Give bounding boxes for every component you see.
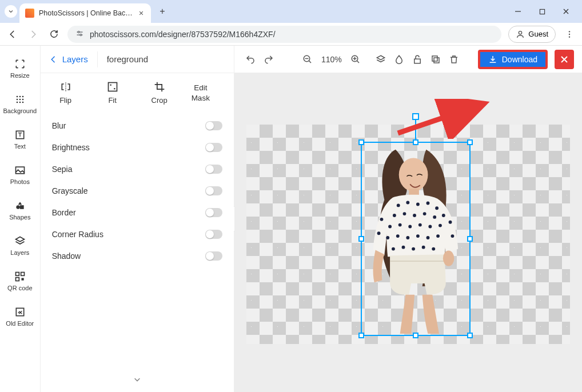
tool-fit[interactable]: Fit [98, 81, 127, 105]
undo-button[interactable] [242, 51, 258, 67]
opacity-button[interactable] [391, 51, 407, 67]
selection-box[interactable] [361, 142, 471, 336]
new-tab-button[interactable]: + [154, 3, 170, 19]
toggle-corner-radius[interactable] [205, 230, 222, 239]
lock-button[interactable] [409, 51, 425, 67]
toggle-grayscale[interactable] [205, 186, 222, 195]
svg-rect-31 [434, 58, 439, 63]
option-shadow[interactable]: Shadow [52, 245, 222, 267]
svg-point-8 [19, 96, 21, 98]
nav-back-button[interactable] [6, 27, 19, 41]
foreground-subject[interactable] [363, 144, 468, 334]
duplicate-button[interactable] [428, 51, 444, 67]
svg-rect-19 [20, 205, 24, 209]
rail-shapes[interactable]: Shapes [0, 197, 40, 224]
option-sepia[interactable]: Sepia [52, 158, 222, 180]
divider [97, 51, 98, 67]
svg-point-27 [114, 88, 115, 90]
panel-scroll-down[interactable] [133, 375, 141, 385]
svg-point-3 [519, 31, 522, 34]
nav-forward-button[interactable] [26, 27, 40, 41]
svg-point-15 [22, 102, 23, 103]
delete-button[interactable] [446, 51, 462, 67]
tab-title: PhotoScissors | Online Backg [39, 9, 133, 17]
tab-close-button[interactable] [137, 9, 145, 17]
option-border[interactable]: Border [52, 202, 222, 223]
svg-point-63 [380, 218, 383, 221]
layers-back-link[interactable]: Layers [49, 54, 88, 65]
rail-photos[interactable]: Photos [0, 161, 40, 189]
url-field[interactable]: photoscissors.com/designer/87537592/M166… [67, 26, 501, 43]
tab-list-button[interactable] [5, 5, 17, 18]
zoom-in-button[interactable] [348, 51, 364, 67]
handle-s[interactable] [413, 333, 418, 338]
tool-flip[interactable]: Flip [51, 81, 81, 105]
browser-menu-button[interactable] [563, 27, 576, 41]
tool-crop[interactable]: Crop [145, 81, 174, 105]
window-close-button[interactable] [559, 5, 573, 18]
svg-point-52 [386, 236, 389, 239]
rail-qrcode[interactable]: QR code [0, 267, 40, 295]
canvas-area: 110% Download [234, 46, 582, 392]
handle-n[interactable] [413, 139, 418, 145]
svg-point-12 [22, 99, 23, 101]
tool-row: Flip Fit Crop Edit Mask [41, 73, 234, 113]
nav-reload-button[interactable] [47, 27, 61, 41]
download-button[interactable]: Download [478, 50, 548, 69]
window-maximize-button[interactable] [535, 5, 549, 18]
side-panel: Layers foreground Flip Fit Crop [41, 46, 234, 392]
rail-background[interactable]: Background [0, 90, 40, 118]
zoom-out-button[interactable] [300, 51, 316, 67]
rail-text[interactable]: Text [0, 126, 40, 153]
option-corner-radius[interactable]: Corner Radius [52, 223, 222, 245]
svg-point-56 [426, 236, 430, 239]
rail-old-editor[interactable]: Old Editor [0, 303, 40, 330]
window-minimize-button[interactable] [511, 5, 525, 18]
svg-point-66 [451, 234, 454, 238]
handle-ne[interactable] [467, 139, 473, 145]
svg-point-50 [428, 225, 432, 229]
svg-point-14 [19, 102, 21, 103]
handle-nw[interactable] [358, 139, 364, 145]
browser-tab[interactable]: PhotoScissors | Online Backg [19, 3, 151, 23]
svg-point-18 [16, 205, 20, 209]
svg-point-51 [439, 224, 442, 227]
rotate-handle[interactable] [412, 113, 419, 120]
handle-sw[interactable] [358, 333, 364, 338]
option-brightness[interactable]: Brightness [52, 137, 222, 158]
option-blur[interactable]: Blur [52, 115, 222, 137]
layers-icon-button[interactable] [373, 51, 389, 67]
handle-se[interactable] [467, 333, 473, 338]
option-grayscale[interactable]: Grayscale [52, 180, 222, 202]
breadcrumb-current: foreground [107, 54, 149, 64]
toggle-border[interactable] [205, 208, 222, 217]
redo-button[interactable] [261, 51, 277, 67]
svg-point-65 [449, 221, 452, 224]
canvas-stage[interactable] [234, 73, 582, 392]
toggle-shadow[interactable] [205, 251, 222, 261]
svg-point-40 [393, 214, 396, 217]
toggle-blur[interactable] [205, 121, 222, 130]
rail-layers[interactable]: Layers [0, 232, 40, 259]
guest-profile-button[interactable]: Guest [508, 26, 556, 43]
tab-favicon [25, 9, 34, 18]
toggle-brightness[interactable] [205, 143, 222, 152]
svg-point-42 [413, 214, 416, 217]
svg-point-58 [392, 247, 395, 251]
svg-point-59 [402, 246, 405, 249]
svg-point-46 [388, 225, 392, 229]
svg-point-6 [569, 36, 570, 37]
tool-edit-mask[interactable]: Edit Mask [192, 81, 210, 105]
svg-point-47 [398, 223, 402, 227]
toggle-sepia[interactable] [205, 165, 222, 174]
browser-tab-bar: PhotoScissors | Online Backg + [0, 0, 582, 23]
handle-w[interactable] [358, 236, 364, 242]
options-list: Blur Brightness Sepia Grayscale Border C… [41, 113, 234, 269]
close-canvas-button[interactable] [555, 50, 574, 69]
handle-e[interactable] [467, 236, 473, 242]
site-settings-icon[interactable] [75, 29, 84, 39]
zoom-value[interactable]: 110% [318, 55, 345, 64]
rail-resize[interactable]: Resize [0, 55, 40, 82]
svg-point-48 [408, 225, 412, 229]
svg-point-62 [432, 247, 435, 251]
